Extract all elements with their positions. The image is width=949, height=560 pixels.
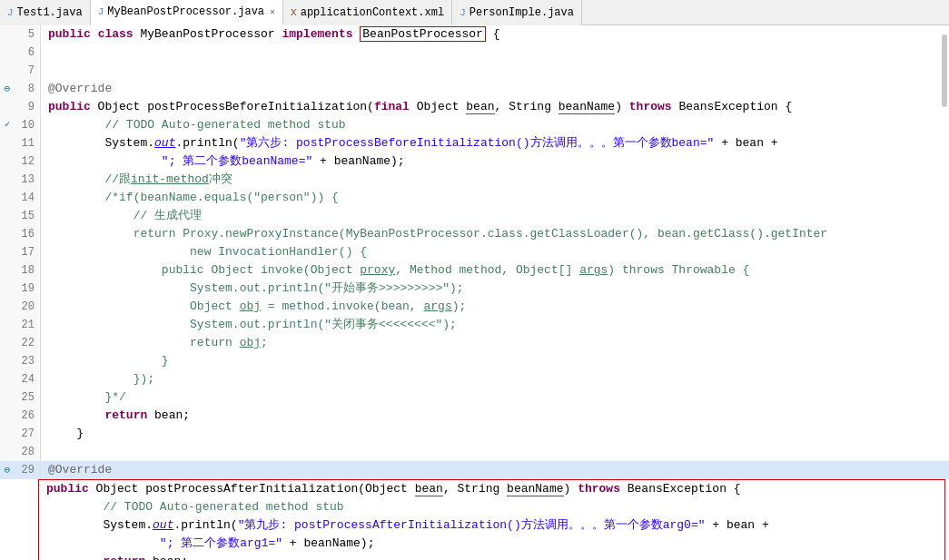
tab-label-test1: Test1.java xyxy=(17,6,83,19)
line-content-17: new InvocationHandler() { xyxy=(41,243,949,261)
tab-icon-personimple: J xyxy=(460,7,466,18)
line-content-23: } xyxy=(41,352,949,370)
tab-icon-test1: J xyxy=(7,7,14,18)
line-num-20: 20 xyxy=(15,298,38,316)
code-line-6: 6 xyxy=(0,44,949,62)
line-content-32: System.out.println("第九步: postProcessAfte… xyxy=(39,516,944,535)
code-line-10: ✓ 10 // TODO Auto-generated method stub xyxy=(0,116,949,134)
line-content-15: // 生成代理 xyxy=(41,207,949,225)
line-content-25: }*/ xyxy=(41,388,949,407)
code-line-26: 26 return bean; xyxy=(0,407,949,425)
line-content-12: "; 第二个参数beanName=" + beanName); xyxy=(41,152,949,171)
code-line-32: System.out.println("第九步: postProcessAfte… xyxy=(39,516,944,535)
code-editor[interactable]: 5 public class MyBeanPostProcessor imple… xyxy=(0,25,949,560)
code-line-17: 17 new InvocationHandler() { xyxy=(0,243,949,261)
code-line-30: public Object postProcessAfterInitializa… xyxy=(39,480,944,498)
tab-icon-mybeanpostprocessor: J xyxy=(98,6,104,17)
code-line-31: // TODO Auto-generated method stub xyxy=(39,498,944,516)
code-line-16: 16 return Proxy.newProxyInstance(MyBeanP… xyxy=(0,225,949,243)
tab-personimple[interactable]: J PersonImple.java xyxy=(452,0,582,25)
line-num-21: 21 xyxy=(15,316,38,334)
code-line-7: 7 xyxy=(0,62,949,80)
line-marker-29: ⊖ xyxy=(0,461,15,479)
line-num-23: 23 xyxy=(15,352,38,370)
line-content-27: } xyxy=(41,425,949,443)
line-content-33: "; 第二个参数arg1=" + beanName); xyxy=(39,535,944,553)
code-line-23: 23 } xyxy=(0,352,949,370)
line-content-24: }); xyxy=(41,370,949,388)
code-line-27: 27 } xyxy=(0,425,949,443)
line-content-19: System.out.println("开始事务>>>>>>>>>"); xyxy=(41,280,949,298)
code-line-24: 24 }); xyxy=(0,370,949,388)
code-line-13: 13 //跟init-method冲突 xyxy=(0,171,949,189)
line-marker-8: ⊖ xyxy=(0,80,15,98)
code-line-12: 12 "; 第二个参数beanName=" + beanName); xyxy=(0,152,949,171)
line-num-22: 22 xyxy=(15,334,38,352)
line-num-28: 28 xyxy=(15,443,38,461)
code-line-21: 21 System.out.println("关闭事务<<<<<<<<"); xyxy=(0,316,949,334)
code-line-8: ⊖ 8 @Override xyxy=(0,80,949,98)
code-line-9: 9 public Object postProcessBeforeInitial… xyxy=(0,98,949,116)
line-content-20: Object obj = method.invoke(bean, args); xyxy=(41,298,949,316)
tab-test1[interactable]: J Test1.java xyxy=(0,0,91,25)
line-content-21: System.out.println("关闭事务<<<<<<<<"); xyxy=(41,316,949,334)
code-line-28: 28 xyxy=(0,443,949,461)
line-num-19: 19 xyxy=(15,280,38,298)
line-marker-10: ✓ xyxy=(0,116,15,134)
code-line-19: 19 System.out.println("开始事务>>>>>>>>>"); xyxy=(0,280,949,298)
line-num-27: 27 xyxy=(15,425,38,443)
line-content-31: // TODO Auto-generated method stub xyxy=(39,498,944,516)
code-line-18: 18 public Object invoke(Object proxy, Me… xyxy=(0,261,949,280)
code-line-29: ⊖ 29 @Override xyxy=(0,461,949,479)
code-line-33: "; 第二个参数arg1=" + beanName); xyxy=(39,535,944,553)
line-content-9: public Object postProcessBeforeInitializ… xyxy=(41,98,949,116)
line-content-22: return obj; xyxy=(41,334,949,352)
tab-icon-appcontext: X xyxy=(291,7,297,18)
line-num-15: 15 xyxy=(15,207,38,225)
line-content-13: //跟init-method冲突 xyxy=(41,171,949,189)
tab-label-appcontext: applicationContext.xml xyxy=(301,6,444,19)
line-num-25: 25 xyxy=(15,388,38,407)
tab-bar: J Test1.java J MyBeanPostProcessor.java … xyxy=(0,0,949,25)
code-line-34: return bean; xyxy=(39,553,944,560)
line-num-18: 18 xyxy=(15,261,38,280)
line-num-9: 9 xyxy=(15,98,38,116)
line-num-8: 8 xyxy=(15,80,38,98)
line-content-26: return bean; xyxy=(41,407,949,425)
line-num-13: 13 xyxy=(15,171,38,189)
line-content-14: /*if(beanName.equals("person")) { xyxy=(41,189,949,207)
line-num-12: 12 xyxy=(15,152,38,171)
scrollbar-thumb[interactable] xyxy=(942,34,947,107)
code-line-25: 25 }*/ xyxy=(0,388,949,407)
line-content-11: System.out.println("第六步: postProcessBefo… xyxy=(41,134,949,152)
line-content-10: // TODO Auto-generated method stub xyxy=(41,116,949,134)
code-line-15: 15 // 生成代理 xyxy=(0,207,949,225)
line-content-29: @Override xyxy=(41,461,949,479)
line-num-17: 17 xyxy=(15,243,38,261)
red-border-block: public Object postProcessAfterInitializa… xyxy=(38,479,945,560)
line-num-5: 5 xyxy=(15,25,38,44)
line-num-7: 7 xyxy=(15,62,38,80)
tab-applicationcontext[interactable]: X applicationContext.xml xyxy=(283,0,452,25)
line-num-16: 16 xyxy=(15,225,38,243)
line-content-34: return bean; xyxy=(39,553,944,560)
code-line-11: 11 System.out.println("第六步: postProcessB… xyxy=(0,134,949,152)
tab-mybeanpostprocessor[interactable]: J MyBeanPostProcessor.java ✕ xyxy=(91,0,283,25)
line-content-8: @Override xyxy=(41,80,949,98)
tab-label-mybeanpostprocessor: MyBeanPostProcessor.java xyxy=(107,5,264,18)
line-num-6: 6 xyxy=(15,44,38,62)
line-content-30: public Object postProcessAfterInitializa… xyxy=(39,480,944,498)
tab-label-personimple: PersonImple.java xyxy=(470,6,574,19)
code-line-22: 22 return obj; xyxy=(0,334,949,352)
code-line-5: 5 public class MyBeanPostProcessor imple… xyxy=(0,25,949,44)
line-num-10: 10 xyxy=(15,116,38,134)
line-num-26: 26 xyxy=(15,407,38,425)
line-num-11: 11 xyxy=(15,134,38,152)
line-num-29: 29 xyxy=(15,461,38,479)
tab-close-mybeanpostprocessor[interactable]: ✕ xyxy=(270,6,275,17)
line-content-16: return Proxy.newProxyInstance(MyBeanPost… xyxy=(41,225,949,243)
line-content-5: public class MyBeanPostProcessor impleme… xyxy=(41,25,949,44)
line-num-24: 24 xyxy=(15,370,38,388)
line-content-18: public Object invoke(Object proxy, Metho… xyxy=(41,261,949,280)
line-num-14: 14 xyxy=(15,189,38,207)
